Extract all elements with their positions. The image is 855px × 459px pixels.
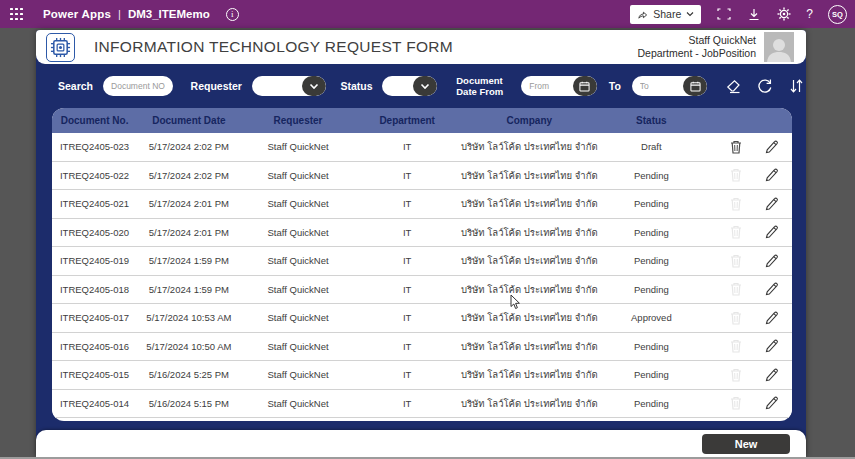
delete-icon[interactable] [730,168,743,182]
delete-icon[interactable] [730,311,743,325]
download-icon[interactable] [746,7,761,22]
cell-company: บริษัท โลว์โค้ด ประเทศไทย จำกัด [459,339,600,354]
cell-company: บริษัท โลว์โค้ด ประเทศไทย จำกัด [459,168,600,183]
edit-pencil-icon[interactable] [765,197,778,211]
info-icon[interactable]: i [226,8,239,21]
cell-requester: Staff QuickNet [241,170,356,181]
edit-pencil-icon[interactable] [765,140,778,154]
cell-department: IT [355,141,459,152]
cell-document-date: 5/17/2024 2:02 PM [137,170,241,181]
cell-document-no: ITREQ2405-016 [52,341,137,352]
cell-company: บริษัท โลว์โค้ด ประเทศไทย จำกัด [459,310,600,325]
cell-status: Pending [600,369,704,380]
table-row[interactable]: ITREQ2405-020 5/17/2024 2:01 PM Staff Qu… [52,219,792,248]
app-canvas: INFORMATION TECHNOLOGY REQUEST FORM Staf… [36,30,806,457]
delete-icon[interactable] [730,368,743,382]
cell-document-date: 5/17/2024 1:59 PM [137,284,241,295]
edit-pencil-icon[interactable] [765,254,778,268]
chevron-down-icon [309,83,319,90]
to-label: To [609,80,621,92]
status-dropdown-value [382,81,414,91]
clear-filters-eraser-icon[interactable] [724,76,744,96]
cell-department: IT [355,341,459,352]
delete-icon[interactable] [730,396,743,410]
new-button[interactable]: New [702,434,790,454]
table-row[interactable]: ITREQ2405-022 5/17/2024 2:02 PM Staff Qu… [52,162,792,191]
delete-icon[interactable] [730,254,743,268]
date-to-calendar-button[interactable] [683,76,707,96]
delete-icon[interactable] [730,225,743,239]
share-icon [637,9,648,20]
cell-department: IT [355,255,459,266]
cell-requester: Staff QuickNet [241,198,356,209]
cell-actions [703,254,792,268]
table-row[interactable]: ITREQ2405-016 5/17/2024 10:50 AM Staff Q… [52,333,792,362]
table-row[interactable]: ITREQ2405-021 5/17/2024 2:01 PM Staff Qu… [52,190,792,219]
cell-status: Pending [600,227,704,238]
cell-actions [703,339,792,353]
delete-icon[interactable] [730,140,743,154]
cell-requester: Staff QuickNet [241,227,356,238]
refresh-icon[interactable] [755,76,775,96]
cell-status: Approved [600,312,704,323]
column-header-requester: Requester [241,115,356,126]
edit-pencil-icon[interactable] [765,168,778,182]
delete-icon[interactable] [730,197,743,211]
cell-actions [703,140,792,154]
waffle-icon[interactable] [10,8,23,21]
table-header-row: Document No. Document Date Requester Dep… [52,108,792,133]
edit-pencil-icon[interactable] [765,368,778,382]
filter-bar: Search Requester Status Document Da [36,64,806,108]
delete-icon[interactable] [730,282,743,296]
status-chevron-button[interactable] [413,76,437,96]
cell-requester: Staff QuickNet [241,341,356,352]
help-icon[interactable]: ? [806,7,813,21]
edit-pencil-icon[interactable] [765,311,778,325]
brand-separator: | [118,8,121,20]
gear-icon[interactable] [776,7,791,22]
status-label: Status [341,80,373,92]
cell-actions [703,311,792,325]
edit-pencil-icon[interactable] [765,282,778,296]
cell-document-no: ITREQ2405-017 [52,312,137,323]
cell-department: IT [355,369,459,380]
cell-document-no: ITREQ2405-015 [52,369,137,380]
requester-chevron-button[interactable] [302,76,326,96]
edit-pencil-icon[interactable] [765,339,778,353]
sort-icon[interactable] [786,76,806,96]
chevron-down-icon [686,11,694,17]
delete-icon[interactable] [730,339,743,353]
table-row[interactable]: ITREQ2405-014 5/16/2024 5:15 PM Staff Qu… [52,390,792,419]
date-to-input[interactable] [632,81,684,91]
cell-document-date: 5/17/2024 2:01 PM [137,227,241,238]
cell-document-no: ITREQ2405-019 [52,255,137,266]
table-row[interactable]: ITREQ2405-015 5/16/2024 5:25 PM Staff Qu… [52,361,792,390]
column-header-department: Department [355,115,459,126]
fit-screen-icon[interactable] [716,7,731,22]
status-dropdown[interactable] [382,76,438,96]
cell-company: บริษัท โลว์โค้ด ประเทศไทย จำกัด [459,253,600,268]
cell-requester: Staff QuickNet [241,312,356,323]
edit-pencil-icon[interactable] [765,225,778,239]
user-department: Department - JobPosition [638,47,756,60]
requester-dropdown[interactable] [252,76,326,96]
user-avatar-initials[interactable]: SQ [828,5,847,24]
table-row[interactable]: ITREQ2405-018 5/17/2024 1:59 PM Staff Qu… [52,276,792,305]
share-button[interactable]: Share [630,5,701,24]
table-row[interactable]: ITREQ2405-019 5/17/2024 1:59 PM Staff Qu… [52,247,792,276]
requests-table: Document No. Document Date Requester Dep… [52,108,792,421]
edit-pencil-icon[interactable] [765,396,778,410]
table-row[interactable]: ITREQ2405-017 5/17/2024 10:53 AM Staff Q… [52,304,792,333]
search-input[interactable] [103,81,173,91]
user-name: Staff QuickNet [638,34,756,47]
cell-actions [703,282,792,296]
date-from-input[interactable] [521,81,573,91]
cell-company: บริษัท โลว์โค้ด ประเทศไทย จำกัด [459,139,600,154]
cell-company: บริษัท โลว์โค้ด ประเทศไทย จำกัด [459,196,600,211]
table-row[interactable]: ITREQ2405-023 5/17/2024 2:02 PM Staff Qu… [52,133,792,162]
cell-department: IT [355,312,459,323]
cell-department: IT [355,227,459,238]
table-body: ITREQ2405-023 5/17/2024 2:02 PM Staff Qu… [52,133,792,418]
date-from-calendar-button[interactable] [573,76,597,96]
cell-actions [703,168,792,182]
